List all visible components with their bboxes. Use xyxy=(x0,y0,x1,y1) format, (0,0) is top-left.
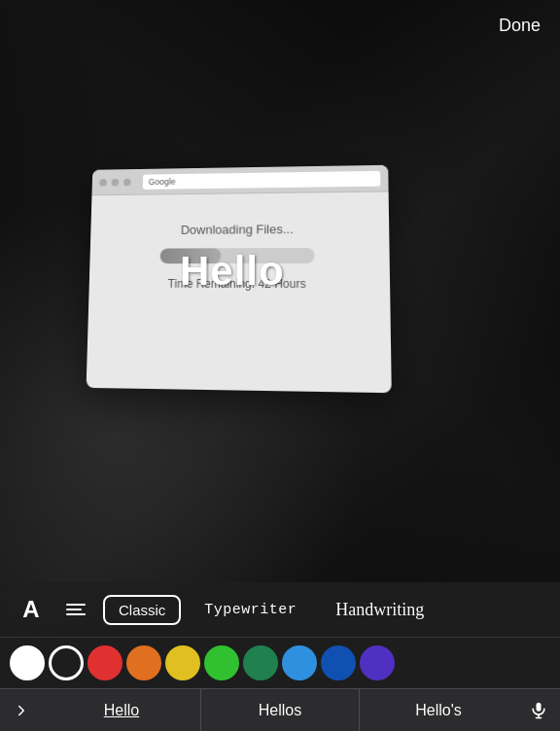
color-swatch-blue-light[interactable] xyxy=(282,645,317,680)
browser-toolbar: Google xyxy=(91,165,388,196)
color-swatch-green-dark[interactable] xyxy=(243,645,278,680)
font-align-icon xyxy=(66,604,86,615)
keyboard-suggestions: Hello Hellos Hello's xyxy=(43,689,517,731)
font-align-button[interactable] xyxy=(58,592,93,627)
color-swatch-blue-mid[interactable] xyxy=(321,645,356,680)
font-a-icon: A xyxy=(22,596,39,623)
color-swatch-yellow[interactable] xyxy=(165,645,200,680)
microphone-button[interactable] xyxy=(517,689,560,732)
font-option-classic[interactable]: Classic xyxy=(103,595,181,625)
browser-tab-label: Google xyxy=(149,176,176,186)
color-swatch-purple[interactable] xyxy=(360,645,395,680)
keyboard-row: Hello Hellos Hello's xyxy=(0,688,560,731)
font-style-options: Classic Typewriter Handwriting xyxy=(103,593,439,627)
suggestion-hellos-apos[interactable]: Hello's xyxy=(360,689,517,731)
text-overlay[interactable]: Hello xyxy=(180,248,285,295)
keyboard-expand-button[interactable] xyxy=(0,689,43,732)
color-swatch-green-light[interactable] xyxy=(204,645,239,680)
bottom-toolbar: A Classic Typewriter Handwriting xyxy=(0,582,560,731)
browser-url-bar: Google xyxy=(143,170,381,189)
color-strip-row xyxy=(0,638,560,688)
suggestion-hellos[interactable]: Hellos xyxy=(201,689,360,731)
browser-dot-1 xyxy=(99,179,107,187)
chevron-right-icon xyxy=(13,702,30,719)
align-line-3 xyxy=(66,613,86,615)
align-line-1 xyxy=(66,604,86,606)
browser-dot-3 xyxy=(123,178,131,186)
microphone-icon xyxy=(529,701,548,720)
browser-dot-2 xyxy=(112,178,120,186)
svg-rect-0 xyxy=(537,702,542,711)
font-style-row: A Classic Typewriter Handwriting xyxy=(0,582,560,638)
font-option-typewriter[interactable]: Typewriter xyxy=(189,595,312,625)
color-swatch-outline[interactable] xyxy=(49,645,84,680)
align-line-2 xyxy=(66,609,82,610)
font-a-button[interactable]: A xyxy=(14,592,49,627)
done-button[interactable]: Done xyxy=(499,16,541,36)
color-swatch-white[interactable] xyxy=(10,645,45,680)
suggestion-hello[interactable]: Hello xyxy=(43,689,201,731)
download-title: Downloading Files... xyxy=(181,222,294,237)
color-swatch-orange[interactable] xyxy=(126,645,161,680)
font-option-handwriting[interactable]: Handwriting xyxy=(320,593,439,627)
color-swatch-red[interactable] xyxy=(88,645,122,680)
